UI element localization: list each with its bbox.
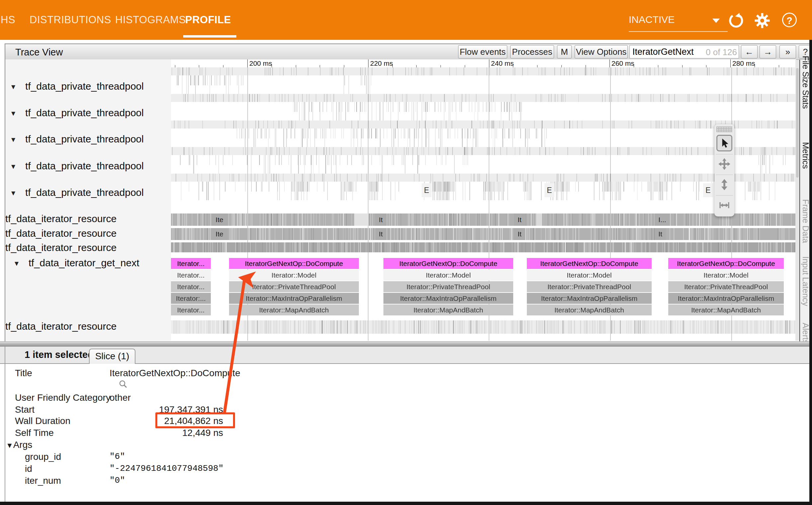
getnext-child-slice[interactable]: Iterator::MaxIntraOpParallelism bbox=[383, 293, 513, 304]
arg-key-group_id: group_id bbox=[25, 452, 61, 462]
getnext-child-slice[interactable]: Iterator::Model bbox=[668, 270, 784, 281]
track-label-4[interactable]: tf_data_private_threadpool bbox=[25, 187, 144, 198]
side-tab-frame-data[interactable]: Frame Data bbox=[801, 199, 810, 243]
settings-gear-icon[interactable] bbox=[754, 13, 770, 28]
app-header: HSDISTRIBUTIONSHISTOGRAMSPROFILE INACTIV… bbox=[0, 0, 812, 40]
getnext-child-slice[interactable]: Iterator::MaxIntraOpParallelism bbox=[668, 293, 784, 304]
getnext-child-slice[interactable]: Iterator::MaxIntraOpParallelism bbox=[527, 293, 652, 304]
expand-panel-button[interactable]: » bbox=[780, 45, 796, 58]
dropdown-caret-icon[interactable] bbox=[713, 19, 720, 23]
getnext-docompute-slice[interactable]: IteratorGetNextOp::DoCompute bbox=[668, 258, 784, 269]
track-label-5[interactable]: tf_data_iterator_resource bbox=[5, 213, 117, 224]
getnext-child-slice[interactable]: Iterator::Model bbox=[229, 270, 359, 281]
search-next-button[interactable]: → bbox=[760, 45, 776, 58]
getnext-child-slice[interactable]: Iterator::Model bbox=[383, 270, 513, 281]
flow-events-button[interactable]: Flow events bbox=[458, 45, 507, 58]
getnext-child-slice[interactable]: Iterator::MapAndBatch bbox=[383, 305, 513, 315]
ruler-major-tick bbox=[730, 59, 731, 67]
vertical-scrollbar-thumb[interactable] bbox=[796, 68, 799, 178]
resource-slice[interactable]: It bbox=[514, 213, 525, 226]
ruler-minor-tick bbox=[755, 65, 755, 67]
ruler-tick-label: 220 ms bbox=[370, 59, 393, 67]
getnext-docompute-slice[interactable]: IteratorGetNextOp::DoCompute bbox=[527, 258, 652, 269]
resource-slice[interactable]: It bbox=[375, 213, 386, 226]
ruler-minor-tick bbox=[344, 65, 344, 67]
timing-tool-button[interactable] bbox=[716, 195, 733, 215]
arg-key-id: id bbox=[25, 464, 32, 474]
event-marker-slice[interactable]: E bbox=[422, 183, 432, 197]
m-button[interactable]: M bbox=[557, 45, 572, 58]
header-tab-distributions[interactable]: DISTRIBUTIONS bbox=[29, 14, 111, 26]
collapse-arrow-icon[interactable]: ▾ bbox=[11, 82, 15, 91]
header-tab-histograms[interactable]: HISTOGRAMS bbox=[115, 14, 186, 26]
search-title-icon[interactable] bbox=[118, 379, 128, 389]
resource-slice[interactable]: Ite bbox=[211, 228, 228, 240]
zoom-tool-button[interactable] bbox=[716, 175, 733, 194]
pan-move-icon bbox=[718, 158, 731, 170]
getnext-child-slice[interactable]: Iterator::MaxIntraOpParallelism bbox=[229, 293, 359, 304]
getnext-child-slice[interactable]: Iterator::MapAndBatch bbox=[668, 305, 784, 315]
args-toggle[interactable]: ▼Args bbox=[6, 440, 32, 450]
side-tab-file-size-stats[interactable]: File Size Stats bbox=[801, 56, 810, 109]
getnext-child-slice[interactable]: Iterator... bbox=[171, 270, 211, 281]
getnext-child-slice[interactable]: Iterator::MapAndBatch bbox=[527, 305, 652, 315]
getnext-child-slice[interactable]: Iterator:... bbox=[171, 293, 211, 304]
annotation-highlight-box bbox=[155, 412, 235, 428]
side-tab-metrics[interactable]: Metrics bbox=[801, 142, 810, 169]
track-label-0[interactable]: tf_data_private_threadpool bbox=[25, 81, 144, 92]
processes-button[interactable]: Processes bbox=[510, 45, 554, 58]
collapse-arrow-icon[interactable]: ▾ bbox=[15, 259, 19, 268]
getnext-child-slice[interactable]: Iterator::MapAndBatch bbox=[229, 305, 359, 315]
search-input[interactable] bbox=[629, 45, 739, 58]
resource-slice[interactable]: It bbox=[655, 228, 666, 240]
track-label-8[interactable]: tf_data_iterator_get_next bbox=[29, 257, 140, 269]
track-label-1[interactable]: tf_data_private_threadpool bbox=[25, 107, 144, 119]
collapse-arrow-icon[interactable]: ▾ bbox=[11, 135, 15, 144]
resource-slice[interactable]: Ite bbox=[211, 213, 228, 226]
collapse-arrow-icon[interactable]: ▾ bbox=[11, 109, 15, 118]
help-icon[interactable]: ? bbox=[782, 13, 797, 27]
getnext-docompute-slice[interactable]: IteratorGetNextOp::DoCompute bbox=[229, 258, 359, 269]
panel-divider[interactable] bbox=[0, 341, 812, 347]
getnext-child-slice[interactable]: Iterator... bbox=[171, 305, 211, 315]
side-tab-alerts[interactable]: Alerts bbox=[801, 323, 810, 344]
ruler-major-tick bbox=[247, 59, 248, 67]
tool-palette bbox=[715, 124, 734, 216]
event-marker-slice[interactable]: E bbox=[703, 183, 713, 197]
side-tab-input-latency[interactable]: Input Latency bbox=[801, 256, 810, 306]
getnext-docompute-slice[interactable]: IteratorGetNextOp::DoCompute bbox=[383, 258, 513, 269]
resource-slice[interactable]: It bbox=[514, 228, 525, 240]
reload-icon[interactable] bbox=[728, 13, 744, 28]
window-edge-right bbox=[809, 40, 812, 502]
getnext-docompute-slice[interactable]: Iterator... bbox=[171, 258, 211, 269]
collapse-arrow-icon[interactable]: ▾ bbox=[11, 188, 15, 197]
ruler-minor-tick bbox=[513, 65, 513, 67]
track-label-7[interactable]: tf_data_iterator_resource bbox=[5, 242, 117, 253]
ruler-minor-tick bbox=[465, 65, 465, 67]
resource-slice[interactable]: It bbox=[375, 228, 386, 240]
getnext-child-slice[interactable]: Iterator... bbox=[171, 281, 211, 292]
select-tool-button[interactable] bbox=[716, 134, 733, 153]
getnext-child-slice[interactable]: Iterator::PrivateThreadPool bbox=[229, 281, 359, 292]
event-marker-slice[interactable]: E bbox=[545, 183, 554, 197]
track-label-9[interactable]: tf_data_iterator_resource bbox=[5, 321, 117, 332]
pan-tool-button[interactable] bbox=[716, 154, 733, 174]
tab-slice[interactable]: Slice (1) bbox=[89, 349, 136, 364]
collapse-arrow-icon[interactable]: ▾ bbox=[11, 162, 15, 171]
detail-panel-border-left bbox=[5, 347, 5, 502]
search-prev-button[interactable]: ← bbox=[741, 45, 758, 58]
ruler-minor-tick bbox=[392, 65, 393, 67]
getnext-child-slice[interactable]: Iterator::PrivateThreadPool bbox=[383, 281, 513, 292]
track-label-3[interactable]: tf_data_private_threadpool bbox=[25, 160, 144, 172]
header-tab-hs[interactable]: HS bbox=[1, 14, 15, 26]
getnext-child-slice[interactable]: Iterator::Model bbox=[527, 270, 652, 281]
getnext-child-slice[interactable]: Iterator::PrivateThreadPool bbox=[527, 281, 652, 292]
palette-drag-handle[interactable] bbox=[717, 127, 732, 132]
view-options-button[interactable]: View Options bbox=[575, 45, 628, 58]
getnext-child-slice[interactable]: Iterator::PrivateThreadPool bbox=[668, 281, 784, 292]
header-tab-profile[interactable]: PROFILE bbox=[185, 14, 231, 26]
ruler-tick-label: 200 ms bbox=[249, 59, 272, 67]
track-label-2[interactable]: tf_data_private_threadpool bbox=[25, 134, 144, 145]
track-label-6[interactable]: tf_data_iterator_resource bbox=[5, 228, 117, 239]
resource-slice[interactable]: I... bbox=[655, 213, 670, 226]
